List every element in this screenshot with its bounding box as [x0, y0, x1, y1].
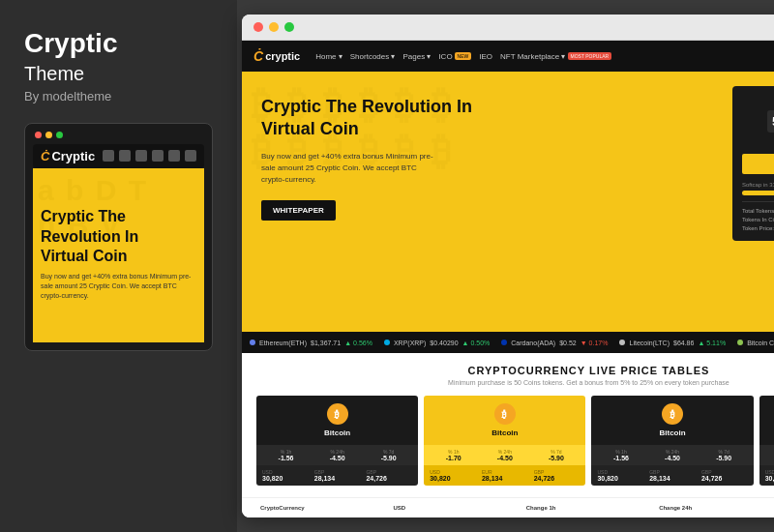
- nav-pages[interactable]: Pages ▾: [402, 52, 431, 61]
- bar-track: Hardcap: [742, 191, 774, 195]
- token-price-stat: Token Price: $0.0023: [742, 225, 774, 231]
- brand-by: By modeltheme: [24, 89, 213, 103]
- price-card-4-stats: % 1h -1.56 % 24h -4.50 % 7d -5.90: [759, 445, 774, 465]
- bch-dot: [737, 340, 743, 345]
- logo-c: Ċ: [41, 149, 49, 163]
- nav-home[interactable]: Home ▾: [315, 52, 342, 61]
- browser-minimize-btn[interactable]: [269, 22, 279, 32]
- currency2-gbp: GBP 24,726: [534, 469, 580, 482]
- nav-ico[interactable]: ICO NEW: [438, 52, 471, 61]
- logo-c-icon: Ċ: [253, 48, 263, 64]
- stat3-24h: % 24h -4.50: [649, 449, 697, 461]
- mobile-hero-body: Buy now and get +40% extra bonus Minimum…: [41, 272, 196, 300]
- user-icon: [152, 150, 164, 162]
- nav-ieo[interactable]: IEO: [479, 52, 492, 61]
- discord-icon: [103, 150, 114, 162]
- btc-icon-2: ₿: [494, 403, 516, 425]
- table-col-change24h: Change 24h: [655, 503, 774, 513]
- price-section-subtitle: Minimum purchase is 50 Coins tokens. Get…: [256, 379, 774, 386]
- price-card-1-stats: % 1h -1.56 % 24h -4.50 % 7d -5.90: [256, 445, 418, 465]
- nav-shortcodes[interactable]: Shortcodes ▾: [350, 52, 396, 61]
- site-logo: Ċ cryptic: [253, 48, 300, 64]
- stat2-1h: % 1h -1.70: [430, 449, 477, 461]
- hero-right: Distribution Ends In: 56 : 16 : 41 : 33 …: [723, 72, 774, 332]
- dot-red: [35, 132, 42, 138]
- whitepaper-button[interactable]: WHITEPAPER: [261, 200, 336, 221]
- mobile-nav: Ċ Cryptic: [33, 144, 204, 168]
- nav-nft[interactable]: NFT Marketplace ▾ MOST POPULAR: [500, 52, 611, 61]
- ico-badge: NEW: [455, 52, 472, 60]
- ada-price: $0.52: [559, 340, 577, 346]
- table-col-change1h: Change 1h: [522, 503, 655, 513]
- digit-days: 56: [767, 110, 774, 133]
- mobile-window-dots: [33, 132, 204, 138]
- price-card-3-name: Bitcoin: [659, 429, 685, 437]
- site-logo-text: cryptic: [265, 50, 300, 62]
- price-card-2-currencies: USD 30,820 EUR 28,134 GBP 24,726: [424, 465, 585, 486]
- circulation-stat: Tokens In Circulation: 4103.3011: [742, 217, 774, 222]
- eth-change: ▲ 0.56%: [344, 340, 372, 346]
- currency3-gbp: GBP 24,726: [701, 469, 748, 482]
- mobile-logo: Ċ Cryptic: [41, 149, 95, 163]
- eth-price: $1,367.71: [311, 340, 341, 346]
- total-tokens-stat: Total Tokens: 8833.0122: [742, 208, 774, 214]
- ada-change: ▼ 0.17%: [580, 340, 609, 346]
- ticker-bch: Bitcoin Cash(BCH) $189.31 ▲ 0.65%: [737, 340, 774, 346]
- hero-left: Cryptic The Revolution InVirtual Coin Bu…: [242, 72, 723, 332]
- price-card-4-currencies: USD 30,820 GBP 28,134 GBP 24,726: [759, 465, 774, 486]
- ticker-bar: Ethereum(ETH) $1,367.71 ▲ 0.56% XRP(XRP)…: [242, 332, 774, 353]
- countdown-digits: 56 : 16 : 41 : 33: [742, 110, 774, 133]
- browser-maximize-btn[interactable]: [284, 22, 294, 32]
- currency-usd: USD 30,820: [262, 469, 309, 482]
- brand-subtitle: Theme: [24, 63, 213, 85]
- currency-gbp: GBP 24,726: [366, 469, 412, 482]
- ticker-ltc: Litecoin(LTC) $64.86 ▲ 5.11%: [619, 340, 726, 346]
- ada-dot: [501, 340, 507, 345]
- token-stats: Total Tokens: 8833.0122 Tokens In Circul…: [742, 201, 774, 231]
- token-price-label: Token Price:: [742, 225, 774, 231]
- price-card-4: ₿ Bitcoin % 1h -1.56 % 24h -4.50: [759, 396, 774, 486]
- currency4-usd: USD 30,820: [765, 469, 774, 482]
- search-icon: [168, 150, 180, 162]
- xrp-change: ▲ 0.50%: [462, 340, 491, 346]
- countdown-title: Distribution Ends In:: [742, 96, 774, 103]
- ada-name: Cardano(ADA): [511, 340, 555, 346]
- countdown-card: Distribution Ends In: 56 : 16 : 41 : 33 …: [732, 86, 774, 241]
- currency3-usd: USD 30,820: [597, 469, 643, 482]
- btc-icon-3: ₿: [662, 403, 683, 425]
- price-cards: ₿ Bitcoin % 1h -1.56 % 24h -4.50: [256, 396, 774, 486]
- facebook-icon: [119, 150, 131, 162]
- price-card-3-header: ₿ Bitcoin: [591, 396, 753, 445]
- mobile-preview: Ċ Cryptic a b D Tn B V Cryptic TheRevolu…: [24, 123, 213, 351]
- stat3-7d: % 7d -5.90: [700, 449, 748, 461]
- price-card-1: ₿ Bitcoin % 1h -1.56 % 24h -4.50: [256, 396, 418, 486]
- btc-icon-1: ₿: [327, 403, 348, 425]
- dot-green: [56, 132, 63, 138]
- price-card-1-currencies: USD 30,820 GBP 28,134 GBP 24,726: [256, 465, 418, 486]
- eth-name: Ethereum(ETH): [259, 340, 307, 346]
- browser-close-btn[interactable]: [253, 22, 263, 32]
- table-col-currency: CryptoCurrency: [256, 503, 389, 513]
- browser-content: Ċ cryptic Home ▾ Shortcodes ▾ Pages ▾ IC…: [242, 41, 774, 517]
- hero-body: Buy now and get +40% extra bonus Minimum…: [261, 151, 435, 186]
- price-section: CRYPTOCURRENCY LIVE PRICE TABLES Minimum…: [242, 353, 774, 497]
- ltc-dot: [619, 340, 625, 345]
- mobile-hero-content: Cryptic TheRevolution InVirtual Coin Buy…: [41, 207, 196, 301]
- price-card-3-stats: % 1h -1.56 % 24h -4.50 % 7d -5.90: [591, 445, 753, 465]
- ltc-price: $64.86: [673, 340, 694, 346]
- left-panel: Cryptic Theme By modeltheme Ċ Cryptic: [0, 0, 237, 532]
- mobile-hero-title: Cryptic TheRevolution InVirtual Coin: [41, 207, 196, 267]
- price-card-3: ₿ Bitcoin % 1h -1.56 % 24h -4.50: [591, 396, 753, 486]
- softcap-bar: Softcap in 31% days Hardcap: [742, 182, 774, 195]
- hero-title: Cryptic The Revolution InVirtual Coin: [261, 96, 703, 141]
- browser-chrome: [242, 15, 774, 41]
- ltc-name: Litecoin(LTC): [629, 340, 670, 346]
- stat-24h: % 24h -4.50: [313, 449, 361, 461]
- eth-dot: [250, 340, 255, 345]
- stat2-24h: % 24h -4.50: [481, 449, 528, 461]
- stat-7d: % 7d -5.90: [365, 449, 412, 461]
- price-card-2-header: ₿ Bitcoin: [424, 396, 585, 445]
- softcap-label: Softcap in 31% days: [742, 182, 774, 188]
- buy-tokens-button[interactable]: BUY TOKENS: [742, 154, 774, 174]
- ticker-ada: Cardano(ADA) $0.52 ▼ 0.17%: [501, 340, 608, 346]
